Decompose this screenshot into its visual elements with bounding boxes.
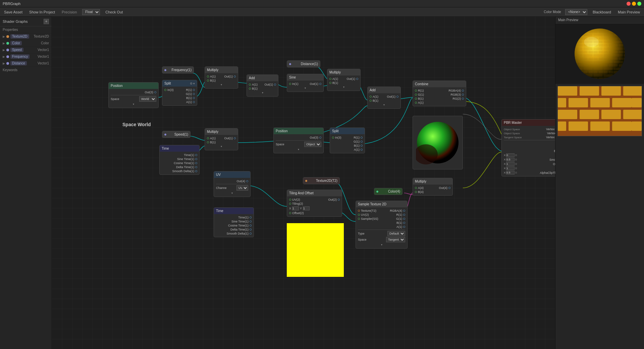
space-select-2[interactable]: Object World (304, 142, 321, 147)
close-btn[interactable] (627, 2, 631, 6)
prop-dot-texture2d (6, 35, 9, 38)
property-speed[interactable]: ▶ Speed Vector1 (0, 47, 52, 53)
color-sphere-svg (416, 119, 460, 166)
pbr-master-header: PBR Master (502, 119, 555, 126)
add-shader-graph-button[interactable]: + (44, 19, 49, 24)
multiply-1-title: Multiply (207, 68, 218, 72)
speed-title: Speed(1) (174, 133, 188, 136)
position-2-chevron[interactable]: ▾ (276, 147, 321, 152)
svg-rect-23 (590, 121, 610, 131)
sample-texture-chevron[interactable]: ▾ (358, 243, 405, 247)
texture2d-title: Texture2D(T2) (316, 179, 337, 183)
color-sphere-node (413, 116, 463, 169)
prop-type-speed: Vector1 (38, 48, 49, 52)
position-node-2: Position Out(3) Space Object (273, 128, 324, 153)
titlebar: PBRGraph (0, 0, 644, 7)
position-node-1-title: Position (111, 84, 123, 88)
property-distance[interactable]: ▶ Distance Vector1 (0, 60, 52, 67)
type-select[interactable]: Default (387, 231, 405, 236)
precision-label: Precision (60, 9, 78, 15)
svg-rect-14 (623, 86, 642, 96)
time-node-1: Time Time(1) Sine Time(1) (159, 145, 200, 175)
tiling-offset-title: Tiling And Offset (289, 191, 314, 195)
position-chevron[interactable]: ▾ (111, 102, 156, 106)
sample-texture-node: Sample Texture 2D Texture(T2) RGBA(4) (356, 201, 408, 249)
position-node-1-header: Position (109, 83, 158, 89)
add-2-body: A(1) Out(1) B(1) ▾ (368, 93, 400, 108)
multiply-2-body: A(1) Out(1) B(1) ▾ (327, 76, 360, 91)
minimize-btn[interactable] (632, 2, 636, 6)
space-select-1[interactable]: World Object (139, 96, 156, 102)
save-asset-button[interactable]: Save Asset (3, 9, 24, 15)
svg-rect-26 (632, 98, 642, 107)
add-1-chevron[interactable]: ▾ (249, 91, 276, 95)
split-2-body: In(3) R(1) G(1) (330, 134, 365, 153)
sine-header: Sine (287, 74, 323, 81)
show-in-project-button[interactable]: Show In Project (28, 9, 56, 15)
color-mode-select[interactable]: <None> (565, 9, 587, 15)
svg-rect-18 (558, 110, 577, 119)
maximize-btn[interactable] (637, 2, 641, 6)
check-out-button[interactable]: Check Out (104, 9, 124, 15)
alpha-input[interactable] (506, 166, 515, 170)
channel-select[interactable]: UV0 UV1 (236, 185, 248, 191)
metallic-input[interactable] (506, 153, 515, 157)
prop-dot-frequency (6, 55, 9, 58)
add-node-1: Add A(1) Out(1) (247, 74, 278, 97)
property-color[interactable]: ▶ Color Color (0, 40, 52, 47)
split-2-header: Split (330, 128, 365, 134)
occlusion-input[interactable] (506, 162, 515, 166)
main-preview-sphere (573, 27, 627, 81)
prop-dot-color (6, 42, 9, 45)
split-in-row: In(3) R(1) (164, 88, 195, 92)
space-select-3[interactable]: Tangent World (386, 237, 405, 242)
alpha-clip-input[interactable] (506, 171, 515, 174)
position-2-header: Position (274, 128, 323, 134)
pbr-master-node: PBR Master Object Space Vertex Position(… (501, 119, 555, 177)
time-2-header: Time (214, 208, 254, 214)
split-r-out (193, 89, 195, 91)
multiply-2-title: Multiply (329, 70, 341, 74)
split-2-title: Split (332, 129, 338, 133)
texture-preview (557, 86, 642, 136)
space-row: Space World Object (111, 96, 156, 102)
main-preview-button[interactable]: Main Preview (616, 9, 641, 15)
svg-rect-22 (569, 121, 588, 131)
svg-rect-27 (558, 121, 566, 131)
precision-select[interactable]: Float (82, 9, 100, 15)
sine-chevron[interactable]: ▾ (289, 86, 321, 90)
blackboard-button[interactable]: Blackboard (591, 9, 612, 15)
smoothness-input[interactable] (506, 158, 515, 161)
prop-dot-distance (6, 62, 9, 65)
multiply-2-chevron[interactable]: ▾ (329, 85, 358, 89)
preview-sphere-container (555, 23, 644, 84)
right-panel: Main Preview (555, 17, 644, 349)
uv-node: UV Out(4) Channe UV0 (214, 171, 251, 197)
tiling-offset-node: Tiling And Offset UV(2) Out(2) (287, 190, 342, 217)
combine-header: Combine (413, 81, 466, 87)
properties-section-label: Properties (0, 27, 52, 33)
prop-expand-icon-color: ▶ (3, 42, 5, 45)
multiply-1-chevron[interactable]: ▾ (207, 83, 236, 87)
tiling-x-input[interactable] (292, 206, 299, 210)
texture2d-node: Texture2D(T2) (303, 177, 340, 184)
multiply-3-chevron[interactable]: ▾ (207, 144, 236, 149)
prop-name-distance: Distance (10, 61, 27, 65)
multiply-3-title: Multiply (207, 130, 218, 134)
uv-chevron[interactable]: ▾ (216, 191, 248, 195)
svg-rect-16 (590, 98, 610, 107)
time-2-title: Time (216, 209, 223, 213)
position-2-title: Position (276, 129, 288, 133)
property-texture2d[interactable]: ▶ Texture2D Texture2D (0, 33, 52, 40)
svg-rect-13 (601, 86, 621, 96)
multiply-4-body: A(4) Out(4) B(4) (413, 185, 452, 195)
prop-name-frequency: Frequency (10, 54, 30, 59)
canvas-area[interactable]: Position Out(3) Space World (52, 17, 555, 349)
multiply-node-4: Multiply A(4) Out(4) (413, 178, 453, 196)
nodes-layer: Position Out(3) Space World (52, 17, 555, 349)
property-frequency[interactable]: ▶ Frequency Vector1 (0, 53, 52, 60)
add-2-chevron[interactable]: ▾ (370, 103, 398, 107)
prop-expand-icon: ▶ (3, 35, 5, 38)
tiling-y-input[interactable] (303, 206, 310, 210)
color4-node: Color(4) (374, 188, 402, 195)
